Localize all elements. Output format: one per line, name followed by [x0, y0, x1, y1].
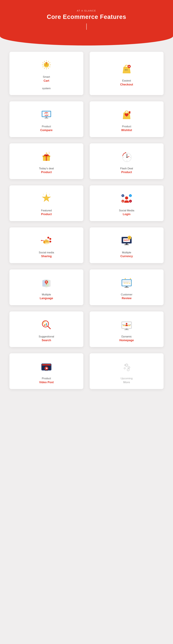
svg-point-46 — [126, 157, 128, 158]
svg-marker-52 — [42, 194, 50, 202]
featured-product-label: FeaturedProduct — [41, 209, 52, 216]
svg-rect-97 — [123, 281, 130, 282]
svg-line-8 — [42, 63, 44, 63]
upcoming-more-icon — [120, 360, 134, 374]
svg-rect-106 — [44, 324, 45, 326]
product-compare-icon — [39, 108, 54, 122]
svg-line-6 — [42, 66, 44, 67]
svg-rect-34 — [46, 156, 47, 161]
svg-text:G: G — [122, 201, 123, 202]
svg-rect-112 — [124, 330, 129, 330]
customer-review-label: CustomerReview — [121, 293, 132, 300]
feature-card-multiple-currency: GO!!! $ MultipleCurrency — [90, 228, 164, 263]
svg-point-37 — [46, 154, 47, 156]
customer-review-icon: ★★★★☆ ★ ★ — [120, 276, 134, 290]
svg-point-58 — [125, 196, 128, 200]
svg-point-80 — [47, 237, 49, 238]
feature-card-flash-deal: Flash DealProduct — [90, 143, 164, 179]
svg-rect-27 — [44, 118, 48, 118]
svg-rect-98 — [123, 282, 129, 283]
svg-rect-73 — [46, 239, 46, 243]
suggestional-search-icon — [39, 318, 54, 332]
feature-card-todays-deal: Today's dealProduct — [10, 143, 83, 179]
svg-point-124 — [46, 370, 47, 371]
features-grid: BUY Smart Cartsystem EasiestCheckout — [0, 46, 173, 395]
svg-point-133 — [124, 368, 125, 368]
todays-deal-icon — [39, 150, 54, 164]
upcoming-more-label: UpcomingMore — [121, 376, 133, 384]
svg-text:GO!!!: GO!!! — [124, 239, 130, 242]
header-subtitle: AT A GLANCE — [3, 10, 170, 12]
suggestional-search-label: SuggestionalSearch — [39, 335, 54, 342]
product-compare-label: ProductCompare — [40, 125, 52, 132]
feature-card-easiest-checkout: EasiestCheckout — [90, 52, 164, 95]
svg-line-9 — [44, 61, 45, 62]
feature-card-product-wishlist: ProductWishlist — [90, 101, 164, 137]
todays-deal-label: Today's dealProduct — [39, 167, 54, 174]
feature-card-social-sharing: Social mediaSharing — [10, 228, 83, 263]
svg-line-3 — [48, 68, 48, 68]
svg-rect-120 — [42, 364, 51, 366]
social-sharing-icon — [39, 234, 54, 248]
svg-marker-77 — [41, 240, 42, 241]
dynamic-homepage-label: DynamicHomepage — [119, 335, 134, 342]
svg-rect-99 — [126, 286, 128, 287]
social-sharing-label: Social mediaSharing — [39, 251, 54, 258]
feature-card-customer-review: ★★★★☆ ★ ★ CustomerReview — [90, 270, 164, 305]
svg-rect-87 — [126, 244, 128, 244]
svg-text:★: ★ — [124, 277, 126, 280]
dynamic-homepage-icon — [120, 318, 134, 332]
svg-rect-16 — [46, 63, 47, 64]
svg-rect-111 — [126, 328, 128, 330]
svg-point-114 — [126, 323, 128, 324]
easiest-checkout-icon — [120, 62, 134, 76]
svg-line-5 — [44, 68, 45, 68]
svg-rect-107 — [45, 324, 46, 326]
svg-line-54 — [49, 194, 50, 194]
feature-card-upcoming-more: UpcomingMore — [90, 353, 164, 389]
svg-rect-100 — [124, 287, 129, 288]
svg-point-123 — [45, 370, 46, 371]
header-section: AT A GLANCE Core Ecommerce Features — [0, 0, 173, 46]
svg-rect-26 — [46, 117, 47, 118]
product-video-icon — [39, 360, 54, 374]
svg-line-11 — [48, 61, 48, 62]
svg-line-39 — [49, 152, 49, 152]
product-video-label: ProductVideo Post — [39, 376, 54, 384]
svg-rect-108 — [46, 323, 47, 326]
multiple-language-label: MultipleLanguage — [40, 293, 53, 300]
svg-rect-75 — [48, 240, 48, 243]
svg-rect-19 — [129, 66, 130, 67]
svg-point-132 — [129, 367, 129, 368]
product-wishlist-icon — [120, 108, 134, 122]
svg-text:P: P — [130, 200, 131, 202]
product-wishlist-label: ProductWishlist — [121, 125, 132, 132]
svg-marker-47 — [125, 152, 126, 153]
svg-rect-88 — [124, 244, 129, 245]
flash-deal-icon — [120, 150, 134, 164]
smart-cart-icon: BUY — [39, 58, 54, 72]
multiple-currency-icon: GO!!! $ — [120, 234, 134, 248]
feature-card-smart-cart: BUY Smart Cartsystem — [10, 52, 83, 95]
feature-card-product-video: ProductVideo Post — [10, 353, 83, 389]
feature-card-product-compare: ProductCompare — [10, 101, 83, 137]
svg-line-41 — [49, 154, 49, 154]
svg-line-105 — [48, 326, 50, 329]
multiple-language-icon — [39, 276, 54, 290]
svg-point-79 — [50, 241, 51, 242]
flash-deal-label: Flash DealProduct — [120, 167, 133, 174]
svg-rect-76 — [44, 241, 45, 243]
svg-rect-74 — [47, 240, 48, 243]
svg-text:BUY: BUY — [45, 64, 48, 66]
svg-text:$: $ — [129, 236, 130, 239]
feature-card-featured-product: FeaturedProduct — [10, 186, 83, 221]
social-login-label: Social MediaLogin — [119, 209, 134, 216]
svg-line-2 — [50, 66, 50, 67]
svg-line-67 — [124, 196, 125, 197]
feature-card-social-login: f ✕ G P Social MediaLogin — [90, 186, 164, 221]
svg-point-125 — [47, 370, 48, 371]
easiest-checkout-label: EasiestCheckout — [120, 79, 133, 86]
svg-line-69 — [124, 200, 125, 201]
feature-card-dynamic-homepage: DynamicHomepage — [90, 312, 164, 347]
feature-card-multiple-language: MultipleLanguage — [10, 270, 83, 305]
